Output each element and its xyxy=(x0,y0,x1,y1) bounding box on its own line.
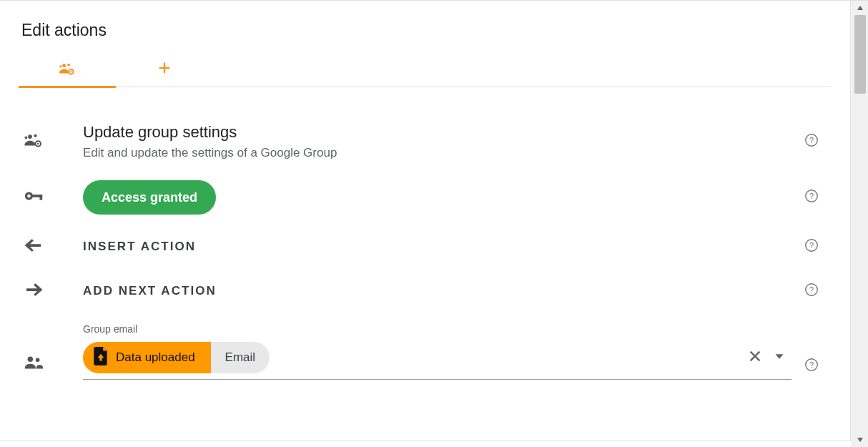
help-icon: ? xyxy=(804,132,819,151)
row-group-email: Group email xyxy=(19,313,832,380)
insert-body: INSERT ACTION xyxy=(70,240,791,254)
chip-group: Data uploaded Email xyxy=(83,342,270,373)
svg-point-12 xyxy=(34,134,36,137)
content-area: Edit actions xyxy=(0,1,851,441)
page-title: Edit actions xyxy=(0,1,850,53)
svg-point-4 xyxy=(70,71,71,72)
help-insert[interactable]: ? xyxy=(791,237,832,256)
help-icon: ? xyxy=(804,237,819,256)
tab-group-settings[interactable] xyxy=(19,53,116,87)
action-header-icon-col xyxy=(19,129,70,154)
svg-point-11 xyxy=(28,134,32,139)
group-email-body: Group email xyxy=(70,323,791,380)
chip-actions xyxy=(747,348,791,367)
help-add-next[interactable]: ? xyxy=(791,282,832,300)
access-granted-badge[interactable]: Access granted xyxy=(83,180,216,215)
svg-point-29 xyxy=(36,358,40,362)
help-access[interactable]: ? xyxy=(791,188,832,207)
action-header-body: Update group settings Edit and update th… xyxy=(70,123,791,160)
scroll-thumb[interactable] xyxy=(854,15,866,94)
svg-point-0 xyxy=(62,64,66,67)
key-icon xyxy=(23,185,44,210)
svg-text:?: ? xyxy=(809,241,814,250)
add-next-icon-col xyxy=(19,279,70,303)
svg-point-15 xyxy=(37,143,39,145)
help-icon: ? xyxy=(804,282,819,300)
action-title: Update group settings xyxy=(83,123,791,142)
svg-point-28 xyxy=(28,357,34,363)
help-group-email[interactable]: ? xyxy=(791,357,832,380)
action-subtitle: Edit and update the settings of a Google… xyxy=(83,146,791,160)
row-add-next-action[interactable]: ADD NEXT ACTION ? xyxy=(19,269,832,313)
rows: Update group settings Edit and update th… xyxy=(0,87,850,380)
tab-add[interactable] xyxy=(116,53,213,87)
scroll-up-button[interactable] xyxy=(852,1,868,15)
chip-data-uploaded[interactable]: Data uploaded xyxy=(83,342,211,373)
insert-action-label: INSERT ACTION xyxy=(83,240,791,254)
svg-text:?: ? xyxy=(809,285,814,294)
group-email-icon-col xyxy=(19,351,70,380)
svg-point-2 xyxy=(59,65,61,67)
help-action-header[interactable]: ? xyxy=(791,132,832,151)
arrow-right-icon xyxy=(23,279,44,303)
svg-point-13 xyxy=(25,136,28,139)
tab-bar xyxy=(19,53,832,87)
row-insert-action[interactable]: INSERT ACTION ? xyxy=(19,225,832,269)
chip-primary-label: Data uploaded xyxy=(116,350,195,365)
group-settings-icon xyxy=(58,61,77,79)
clear-icon[interactable] xyxy=(747,348,763,367)
arrow-left-icon xyxy=(23,235,44,259)
group-email-input[interactable]: Data uploaded Email xyxy=(83,342,791,380)
help-icon: ? xyxy=(804,188,819,207)
svg-point-19 xyxy=(27,195,31,198)
insert-icon-col xyxy=(19,235,70,259)
svg-text:?: ? xyxy=(809,136,814,144)
svg-rect-21 xyxy=(39,195,42,200)
svg-text:?: ? xyxy=(809,360,814,369)
chip-secondary-label: Email xyxy=(225,350,256,365)
svg-text:?: ? xyxy=(809,192,814,200)
group-email-label: Group email xyxy=(83,323,791,335)
group-settings-icon xyxy=(23,129,44,154)
chip-email[interactable]: Email xyxy=(211,342,270,373)
scroll-track[interactable] xyxy=(852,15,868,433)
vertical-scrollbar[interactable] xyxy=(852,1,868,447)
row-action-header: Update group settings Edit and update th… xyxy=(19,113,832,170)
members-icon xyxy=(23,351,44,375)
help-icon: ? xyxy=(804,357,819,375)
scroll-down-button[interactable] xyxy=(852,433,868,447)
add-next-body: ADD NEXT ACTION xyxy=(70,284,791,298)
svg-point-1 xyxy=(67,63,70,66)
access-body: Access granted xyxy=(70,180,791,215)
dropdown-icon[interactable] xyxy=(771,348,787,367)
viewport: Edit actions xyxy=(0,0,868,447)
plus-icon xyxy=(155,59,174,81)
add-next-action-label: ADD NEXT ACTION xyxy=(83,284,791,298)
row-access: Access granted ? xyxy=(19,170,832,225)
access-icon-col xyxy=(19,185,70,210)
file-upload-icon xyxy=(93,347,109,369)
